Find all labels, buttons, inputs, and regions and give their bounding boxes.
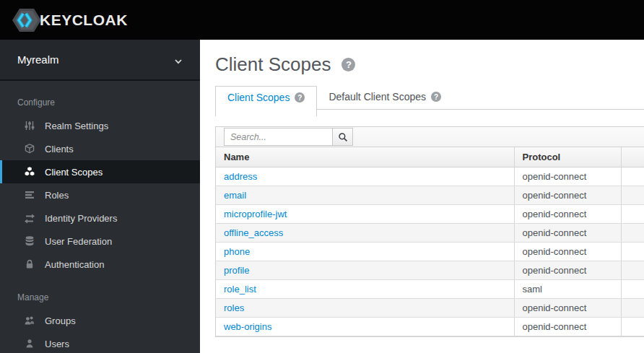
cell-name: microprofile-jwt [216, 205, 514, 224]
sidebar-item-clients[interactable]: Clients [0, 137, 200, 160]
cell-extra [621, 167, 644, 186]
sidebar: Myrealm ConfigureRealm SettingsClientsCl… [0, 40, 200, 353]
column-header-protocol: Protocol [514, 147, 621, 167]
cell-name: address [216, 167, 514, 186]
keycloak-logo[interactable]: KEYCLOAK [11, 6, 128, 35]
column-header-extra [621, 147, 644, 167]
keycloak-hexagon-icon [11, 6, 43, 35]
tab-label: Client Scopes [227, 92, 290, 103]
main-content: Client Scopes ? Client Scopes?Default Cl… [200, 40, 644, 353]
cell-extra [621, 280, 644, 299]
sidebar-item-label: Client Scopes [45, 167, 103, 178]
tab-bar: Client Scopes?Default Client Scopes? [215, 86, 644, 118]
page-title: Client Scopes [215, 53, 331, 76]
cube-icon [23, 143, 36, 154]
user-icon [23, 338, 36, 349]
sidebar-item-users[interactable]: Users [0, 332, 200, 353]
scope-link-email[interactable]: email [224, 190, 246, 201]
sidebar-item-label: User Federation [45, 236, 112, 247]
brand-title: KEYCLOAK [40, 12, 128, 29]
tab-label: Default Client Scopes [328, 91, 426, 103]
sidebar-item-realm-settings[interactable]: Realm Settings [0, 114, 200, 137]
cell-extra [621, 224, 644, 243]
table-row: web-originsopenid-connect [216, 318, 644, 336]
cubes-icon [23, 166, 36, 178]
cell-extra [621, 243, 644, 261]
sidebar-item-client-scopes[interactable]: Client Scopes [0, 160, 200, 183]
help-icon[interactable]: ? [431, 92, 441, 102]
scope-link-role-list[interactable]: role_list [224, 284, 256, 295]
scope-link-web-origins[interactable]: web-origins [224, 321, 271, 332]
sidebar-item-user-federation[interactable]: User Federation [0, 230, 200, 253]
help-icon[interactable]: ? [341, 58, 355, 71]
sidebar-item-label: Authentication [45, 259, 104, 270]
cell-name: web-origins [216, 318, 514, 336]
scope-link-offline-access[interactable]: offline_access [224, 227, 283, 238]
cell-name: phone [216, 243, 514, 261]
sidebar-item-authentication[interactable]: Authentication [0, 253, 200, 276]
cell-name: role_list [216, 280, 514, 299]
cell-extra [621, 186, 644, 205]
exchange-arrows-icon [23, 212, 36, 224]
cell-extra [621, 261, 644, 280]
scope-link-microprofile-jwt[interactable]: microprofile-jwt [224, 209, 287, 219]
cell-extra [621, 318, 644, 336]
cell-protocol: openid-connect [514, 186, 621, 205]
cell-name: roles [216, 299, 514, 318]
scope-link-profile[interactable]: profile [224, 265, 249, 276]
table-row: emailopenid-connect [216, 186, 644, 205]
table-row: profileopenid-connect [216, 261, 644, 280]
sidebar-item-identity-providers[interactable]: Identity Providers [0, 206, 200, 230]
cell-extra [621, 205, 644, 224]
sidebar-item-groups[interactable]: Groups [0, 309, 200, 332]
cell-protocol: openid-connect [514, 318, 621, 336]
client-scopes-table: Name Protocol addressopenid-connectemail… [215, 126, 644, 337]
table-toolbar [216, 127, 644, 147]
search-icon [338, 132, 348, 142]
table-row: addressopenid-connect [216, 167, 644, 186]
nav-section-label-manage: Manage [0, 276, 200, 309]
database-icon [23, 235, 36, 247]
scope-link-address[interactable]: address [224, 171, 257, 182]
sidebar-item-label: Roles [45, 190, 69, 201]
table-row: rolesopenid-connect [216, 299, 644, 318]
chevron-down-icon [174, 56, 183, 64]
tab-default-client-scopes[interactable]: Default Client Scopes? [317, 86, 453, 108]
sidebar-item-label: Users [45, 339, 69, 349]
table-row: role_listsaml [216, 280, 644, 299]
sidebar-item-label: Groups [45, 315, 76, 326]
table-row: microprofile-jwtopenid-connect [216, 205, 644, 224]
help-icon[interactable]: ? [295, 92, 305, 103]
cell-protocol: openid-connect [514, 299, 621, 318]
lock-icon [23, 258, 36, 270]
column-header-name: Name [216, 147, 514, 167]
realm-selector[interactable]: Myrealm [0, 40, 200, 81]
tab-client-scopes[interactable]: Client Scopes? [215, 86, 317, 116]
sidebar-item-label: Realm Settings [45, 121, 108, 131]
sidebar-nav: ConfigureRealm SettingsClientsClient Sco… [0, 81, 200, 353]
scope-link-phone[interactable]: phone [224, 246, 250, 257]
nav-section-label-configure: Configure [0, 81, 200, 114]
cell-protocol: openid-connect [514, 261, 621, 280]
cell-extra [621, 299, 644, 318]
cell-name: profile [216, 261, 514, 280]
cell-protocol: openid-connect [514, 243, 621, 261]
cell-protocol: openid-connect [514, 224, 621, 243]
cell-name: offline_access [216, 224, 514, 243]
realm-name: Myrealm [17, 53, 59, 66]
top-bar: KEYCLOAK [0, 0, 644, 40]
table-header-row: Name Protocol [216, 147, 644, 167]
search-input[interactable] [224, 128, 333, 146]
cell-protocol: openid-connect [514, 205, 621, 224]
search-button[interactable] [333, 128, 353, 146]
scope-link-roles[interactable]: roles [224, 302, 244, 313]
list-bars-icon [23, 189, 36, 201]
sidebar-item-roles[interactable]: Roles [0, 183, 200, 206]
sliders-icon [23, 120, 36, 131]
cell-name: email [216, 186, 514, 205]
cell-protocol: saml [514, 280, 621, 299]
users-icon [23, 315, 36, 326]
sidebar-item-label: Clients [45, 144, 74, 154]
sidebar-item-label: Identity Providers [45, 213, 117, 224]
table-row: offline_accessopenid-connect [216, 224, 644, 243]
